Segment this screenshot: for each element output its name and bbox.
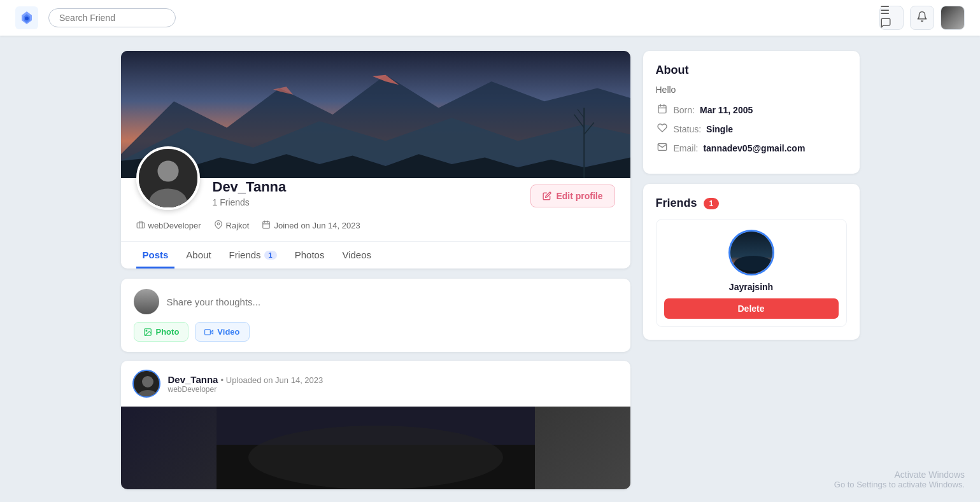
heart-icon	[656, 123, 669, 136]
joined-label: Joined on Jun 14, 2023	[274, 221, 360, 230]
svg-point-1	[25, 17, 29, 20]
svg-rect-24	[205, 329, 211, 334]
messages-button[interactable]: ☰	[879, 6, 904, 30]
svg-marker-23	[211, 330, 213, 334]
post-header: Dev_Tanna • Uploaded on Jun 14, 2023 web…	[121, 361, 630, 404]
navbar: ☰	[0, 0, 980, 36]
video-button[interactable]: Video	[195, 322, 249, 342]
calendar-about-icon	[656, 104, 669, 116]
profile-tabs: Posts About Friends 1 Photos Videos	[121, 241, 630, 268]
svg-point-26	[142, 376, 153, 387]
job-label: webDeveloper	[148, 221, 201, 230]
edit-profile-button[interactable]: Edit profile	[530, 185, 614, 207]
post-create-card: Photo Video	[121, 279, 630, 352]
friend-avatar	[728, 230, 774, 275]
tab-photos[interactable]: Photos	[288, 242, 331, 268]
location-label: Rajkot	[226, 221, 250, 230]
svg-point-13	[157, 160, 178, 181]
tab-posts-label: Posts	[143, 249, 169, 260]
post-create-avatar	[134, 289, 159, 314]
post-username: Dev_Tanna • Uploaded on Jun 14, 2023	[168, 374, 323, 385]
post-upload-info: • Uploaded on Jun 14, 2023	[221, 375, 323, 385]
status-label: Status:	[674, 124, 702, 134]
user-avatar-button[interactable]	[941, 6, 965, 30]
profile-avatar	[136, 146, 200, 210]
svg-point-22	[146, 330, 147, 331]
search-input[interactable]	[48, 8, 176, 27]
born-label: Born:	[674, 105, 695, 115]
email-value: tannadev05@gmail.com	[703, 143, 805, 153]
friends-tab-badge: 1	[264, 251, 277, 260]
friends-card: Friends 1	[643, 184, 860, 340]
profile-cover-card: Dev_Tanna 1 Friends Edit profile webDeve…	[121, 51, 630, 268]
about-email-row: Email: tannadev05@gmail.com	[656, 142, 847, 155]
post-avatar	[132, 370, 160, 398]
right-column: About Hello Born: Mar 11, 2005 Status: S…	[643, 51, 860, 489]
friends-title-row: Friends 1	[656, 197, 847, 210]
main-layout: Dev_Tanna 1 Friends Edit profile webDeve…	[108, 51, 872, 489]
job-icon	[136, 220, 145, 231]
location-icon	[214, 220, 223, 231]
born-value: Mar 11, 2005	[700, 105, 753, 115]
delete-friend-button[interactable]: Delete	[664, 298, 839, 319]
tab-videos[interactable]: Videos	[336, 242, 378, 268]
tab-videos-label: Videos	[342, 249, 371, 260]
about-status-row: Status: Single	[656, 123, 847, 136]
post-create-row	[134, 289, 618, 314]
about-born-row: Born: Mar 11, 2005	[656, 104, 847, 116]
svg-point-16	[217, 223, 220, 225]
notifications-button[interactable]	[910, 6, 934, 30]
profile-meta: webDeveloper Rajkot Joined on Jun 14, 20…	[121, 220, 630, 241]
navbar-right: ☰	[879, 6, 965, 30]
edit-icon	[543, 192, 551, 200]
location-meta: Rajkot	[214, 220, 250, 231]
logo	[15, 6, 38, 29]
post-subtitle: webDeveloper	[168, 385, 323, 394]
email-icon	[656, 142, 669, 155]
email-label: Email:	[674, 143, 699, 153]
friend-name: Jayrajsinh	[729, 282, 773, 292]
profile-avatar-image	[139, 149, 197, 207]
tab-friends-label: Friends	[229, 249, 261, 260]
svg-rect-17	[263, 221, 270, 228]
photo-icon	[143, 328, 152, 337]
messages-icon: ☰	[880, 4, 903, 32]
tab-about[interactable]: About	[180, 242, 217, 268]
video-icon	[204, 328, 213, 337]
tab-friends[interactable]: Friends 1	[223, 242, 283, 268]
logo-icon	[15, 6, 38, 29]
post-image	[121, 407, 630, 489]
navbar-left	[15, 6, 176, 29]
svg-rect-15	[137, 223, 145, 228]
profile-name-area: Dev_Tanna 1 Friends	[200, 179, 531, 210]
about-card: About Hello Born: Mar 11, 2005 Status: S…	[643, 51, 860, 174]
photo-btn-label: Photo	[156, 327, 180, 337]
post-create-avatar-image	[134, 289, 159, 314]
post-user-info: Dev_Tanna • Uploaded on Jun 14, 2023 web…	[168, 374, 323, 394]
job-meta: webDeveloper	[136, 220, 201, 231]
post-card: Dev_Tanna • Uploaded on Jun 14, 2023 web…	[121, 361, 630, 489]
post-actions-row: Photo Video	[134, 322, 618, 342]
friends-count-badge: 1	[704, 198, 720, 209]
svg-rect-31	[658, 106, 666, 113]
tab-photos-label: Photos	[295, 249, 325, 260]
post-username-text: Dev_Tanna	[168, 374, 218, 385]
profile-column: Dev_Tanna 1 Friends Edit profile webDeve…	[121, 51, 630, 489]
video-btn-label: Video	[217, 327, 239, 337]
post-avatar-image	[134, 371, 159, 396]
friend-item: Jayrajsinh Delete	[656, 219, 847, 327]
calendar-icon	[262, 220, 271, 231]
tab-about-label: About	[186, 249, 211, 260]
tab-posts[interactable]: Posts	[136, 242, 175, 268]
about-greeting: Hello	[656, 85, 847, 95]
svg-point-37	[734, 256, 772, 271]
profile-avatar-wrap	[136, 146, 200, 210]
bell-icon	[916, 11, 928, 25]
post-input[interactable]	[167, 296, 618, 307]
joined-meta: Joined on Jun 14, 2023	[262, 220, 360, 231]
about-title: About	[656, 64, 847, 77]
photo-button[interactable]: Photo	[134, 322, 189, 342]
profile-username: Dev_Tanna	[213, 179, 531, 195]
friend-avatar-image	[730, 232, 772, 274]
friends-title: Friends	[656, 197, 697, 210]
